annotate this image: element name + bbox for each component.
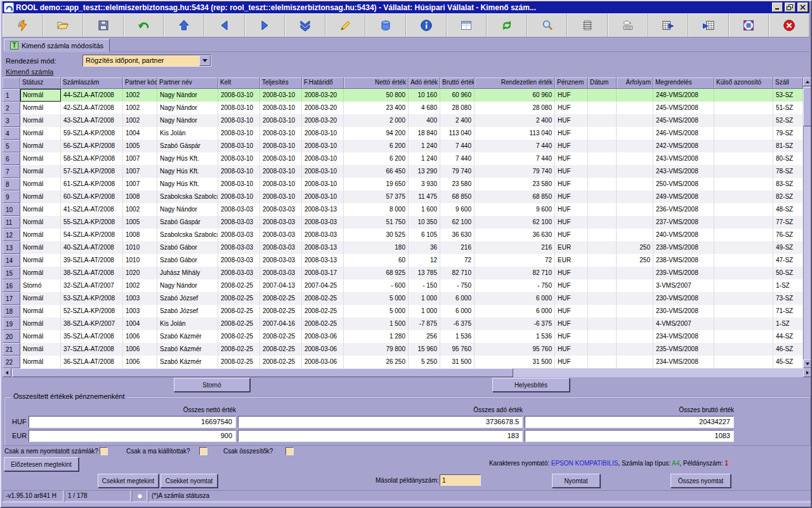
exit-button[interactable] (769, 14, 809, 37)
grid-cell[interactable] (617, 279, 653, 292)
grid-cell[interactable]: 60 960 (475, 89, 555, 102)
grid-cell[interactable]: 39-SZLA-AT/2008 (61, 254, 123, 267)
grid-cell[interactable]: 240-VMS/2008 (653, 229, 714, 241)
tab-kimeno-szamla-modositas[interactable]: T Kimenő számla módosítás (4, 39, 110, 52)
grid-cell[interactable]: 6 000 (475, 305, 555, 318)
grid-cell[interactable]: 256 (409, 330, 440, 343)
grid-cell[interactable]: HUF (555, 330, 588, 343)
row-number[interactable]: 15 (3, 267, 20, 279)
grid-cell[interactable]: 68 925 (344, 267, 409, 279)
grid-cell[interactable]: 2008-03-03 (302, 216, 344, 229)
grid-cell[interactable]: 1-SZ (773, 318, 803, 330)
grid-cell[interactable]: 245-VMS/2008 (653, 102, 714, 114)
grid-corner-header[interactable] (3, 77, 20, 89)
grid-cell[interactable]: HUF (555, 114, 588, 127)
grid-cell[interactable]: 249-VMS/2008 (653, 190, 714, 203)
grid-cell[interactable]: 234-VMS/2008 (653, 330, 714, 343)
grid-cell[interactable]: 73-SZ (773, 292, 803, 305)
grid-cell[interactable]: 82 710 (440, 267, 475, 279)
grid-cell[interactable]: 1003 (123, 292, 157, 305)
grid-cell[interactable]: 1008 (123, 190, 157, 203)
grid-cell[interactable]: Szabó József (157, 292, 218, 305)
column-header[interactable]: Státusz (20, 77, 61, 89)
grid-cell[interactable]: 2008-03-10 (260, 114, 302, 127)
grid-cell[interactable]: HUF (555, 127, 588, 140)
grid-cell[interactable]: 113 040 (440, 127, 475, 140)
row-number[interactable]: 10 (3, 203, 20, 216)
save-button[interactable] (83, 14, 124, 37)
table-row[interactable]: 20Normál35-SZLA-AT/20081006Szabó Kázmér2… (3, 330, 812, 343)
grid-cell[interactable]: 12 (409, 254, 440, 267)
grid-cell[interactable]: 81-SZ (773, 140, 803, 152)
grid-cell[interactable]: 42-SZLA-AT/2008 (61, 102, 123, 114)
grid-cell[interactable] (588, 152, 617, 165)
column-header[interactable]: Megrendelés (653, 77, 714, 89)
grid-cell[interactable]: Normál (20, 114, 61, 127)
grid-cell[interactable]: 38-SZLA-AT/2008 (61, 267, 123, 279)
grid-cell[interactable]: 35-SZLA-AT/2008 (61, 330, 123, 343)
grid-cell[interactable]: 7 440 (440, 140, 475, 152)
grid-cell[interactable]: 2008-03-10 (218, 127, 260, 140)
grid-cell[interactable] (588, 127, 617, 140)
grid-cell[interactable]: Nagy Nándor (157, 102, 218, 114)
grid-cell[interactable]: 1007 (123, 152, 157, 165)
grid-cell[interactable]: 1 536 (440, 330, 475, 343)
combobox-drop-button[interactable] (199, 55, 211, 66)
grid-cell[interactable]: 246-VMS/2008 (653, 127, 714, 140)
grid-cell[interactable]: 2008-03-10 (260, 102, 302, 114)
grid-cell[interactable] (617, 330, 653, 343)
grid-cell[interactable] (588, 190, 617, 203)
table-row[interactable]: 21Normál37-SZLA-AT/20081006Szabó Kázmér2… (3, 343, 812, 356)
nav-next-button[interactable] (245, 14, 285, 37)
table-row[interactable]: 15Normál38-SZLA-AT/20081020Juhász Mihály… (3, 267, 812, 279)
vertical-scrollbar[interactable] (803, 77, 812, 368)
grid-cell[interactable]: 1004 (123, 318, 157, 330)
grid-cell[interactable]: 239-VMS/2008 (653, 267, 714, 279)
grid-cell[interactable]: 3-VMS/2007 (653, 279, 714, 292)
grid-cell[interactable] (617, 318, 653, 330)
grid-cell[interactable]: 5 000 (344, 305, 409, 318)
grid-cell[interactable] (588, 292, 617, 305)
search-button[interactable] (527, 14, 568, 37)
grid-cell[interactable]: 2008-02-25 (218, 330, 260, 343)
grid-cell[interactable]: 56-SZLA-KP/2008 (61, 140, 123, 152)
table-row[interactable]: 14Normál39-SZLA-AT/20081010Szabó Gábor20… (3, 254, 812, 267)
grid-cell[interactable]: Szabó Gáspár (157, 216, 218, 229)
grid-cell[interactable]: Szabolcska Szabolcs (157, 190, 218, 203)
grid-cell[interactable] (714, 356, 773, 368)
grid-cell[interactable]: 2008-02-25 (302, 318, 344, 330)
grid-cell[interactable]: Normál (20, 165, 61, 178)
grid-cell[interactable]: 2008-03-10 (302, 127, 344, 140)
table-row[interactable]: 17Normál53-SZLA-KP/20081003Szabó József2… (3, 292, 812, 305)
grid-cell[interactable]: 250 (617, 241, 653, 254)
database-button[interactable] (365, 14, 406, 37)
grid-cell[interactable]: Normál (20, 203, 61, 216)
grid-cell[interactable]: 2008-03-06 (302, 356, 344, 368)
grid-cell[interactable]: Normál (20, 127, 61, 140)
grid-cell[interactable]: 2008-03-20 (302, 102, 344, 114)
grid-cell[interactable]: 2008-03-10 (218, 140, 260, 152)
grid-cell[interactable] (588, 229, 617, 241)
grid-cell[interactable]: 2008-03-10 (218, 178, 260, 190)
grid-cell[interactable]: 9 600 (440, 203, 475, 216)
grid-cell[interactable]: 1010 (123, 254, 157, 267)
grid-cell[interactable] (617, 190, 653, 203)
refresh-button[interactable] (487, 14, 527, 37)
grid-cell[interactable] (617, 216, 653, 229)
grid-cell[interactable]: HUF (555, 356, 588, 368)
grid-cell[interactable] (714, 203, 773, 216)
grid-cell[interactable] (588, 330, 617, 343)
grid-cell[interactable]: 4-VMS/2007 (653, 318, 714, 330)
grid-cell[interactable]: 236-VMS/2008 (653, 203, 714, 216)
grid-cell[interactable]: 68 850 (440, 190, 475, 203)
grid-cell[interactable] (617, 165, 653, 178)
column-header[interactable]: Árfolyam (617, 77, 653, 89)
grid-cell[interactable]: 1020 (123, 267, 157, 279)
grid-cell[interactable]: 2008-02-25 (260, 356, 302, 368)
grid-cell[interactable]: 2008-03-03 (218, 203, 260, 216)
grid-cell[interactable]: 248-VMS/2008 (653, 89, 714, 102)
row-number[interactable]: 6 (3, 152, 20, 165)
grid-cell[interactable]: 2008-03-03 (260, 267, 302, 279)
grid-cell[interactable]: 4 680 (409, 102, 440, 114)
horizontal-scroll-thumb[interactable] (12, 368, 513, 377)
